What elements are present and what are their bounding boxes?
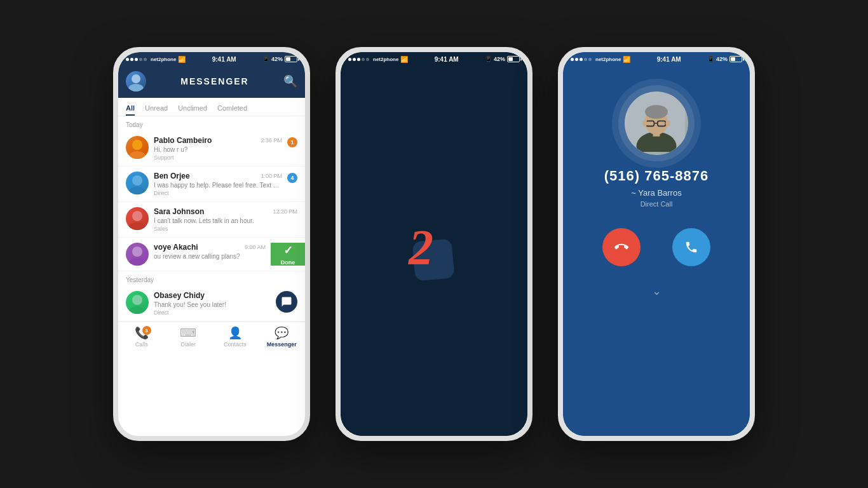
chat-tag-sara: Sales bbox=[154, 226, 297, 232]
chat-item-sara[interactable]: Sara Johnson 12:20 PM I can't talk now. … bbox=[118, 202, 305, 238]
battery-pct-1: 42% bbox=[271, 56, 283, 62]
carrier-label-2: net2phone bbox=[373, 57, 398, 62]
wifi-icon: 📶 bbox=[178, 56, 186, 63]
user-avatar[interactable] bbox=[126, 71, 146, 92]
call-buttons bbox=[602, 228, 710, 266]
caller-avatar-inner-ring bbox=[618, 85, 695, 161]
chat-tag-pablo: Support bbox=[154, 154, 282, 161]
tab-unread[interactable]: Unread bbox=[145, 98, 168, 116]
nav-calls[interactable]: 3 📞 Calls bbox=[118, 326, 165, 348]
contacts-icon: 👤 bbox=[228, 326, 242, 340]
nav-contacts[interactable]: 👤 Contacts bbox=[212, 326, 259, 348]
badge-pablo: 1 bbox=[287, 137, 297, 147]
status-time-3: 9:41 AM bbox=[657, 56, 681, 63]
avatar-ben bbox=[126, 172, 149, 194]
status-time-1: 9:41 AM bbox=[212, 56, 236, 63]
chat-item-ben[interactable]: Ben Orjee 1:00 PM I was happy to help. P… bbox=[118, 166, 305, 202]
bluetooth-icon: 📱 bbox=[262, 56, 269, 62]
status-bar-2: net2phone 📶 9:41 AM 📱 42% bbox=[341, 52, 527, 66]
section-yesterday: Yesterday bbox=[118, 271, 305, 286]
logo-number: 2 bbox=[409, 222, 433, 272]
messenger-title: MESSENGER bbox=[180, 76, 248, 86]
chat-preview-ben: I was happy to help. Please feel free. T… bbox=[154, 182, 282, 189]
svg-point-5 bbox=[129, 187, 146, 194]
chat-content-voye: voye Akachi 9:00 AM ou review a new call… bbox=[154, 243, 266, 260]
badge-ben: 4 bbox=[287, 173, 297, 183]
svg-point-1 bbox=[128, 84, 144, 92]
status-bar-1: net2phone 📶 9:41 AM 📱 42% bbox=[118, 52, 305, 66]
chat-item-obasey[interactable]: Obasey Chidy Thank you! See you later! D… bbox=[118, 286, 305, 322]
contacts-label: Contacts bbox=[224, 341, 247, 348]
bottom-nav: 3 📞 Calls ⌨ Dialer 👤 Contacts 💬 Messenge… bbox=[118, 322, 305, 350]
tab-unclaimed[interactable]: Unclimed bbox=[178, 98, 207, 116]
done-button[interactable]: ✓ Done bbox=[271, 243, 305, 266]
chat-content-obasey: Obasey Chidy Thank you! See you later! D… bbox=[154, 291, 271, 316]
chat-name-obasey: Obasey Chidy bbox=[154, 291, 205, 300]
status-bar-3: net2phone 📶 9:41 AM 📱 42% bbox=[563, 52, 750, 66]
chat-content-ben: Ben Orjee 1:00 PM I was happy to help. P… bbox=[154, 172, 282, 196]
swipe-up-indicator: ⌄ bbox=[652, 284, 661, 298]
caller-type: Direct Call bbox=[641, 200, 673, 208]
svg-point-4 bbox=[132, 175, 142, 186]
nav-dialer[interactable]: ⌨ Dialer bbox=[165, 326, 212, 348]
svg-point-16 bbox=[645, 105, 668, 119]
svg-point-10 bbox=[132, 295, 142, 305]
chat-time-sara: 12:20 PM bbox=[273, 208, 297, 215]
svg-point-2 bbox=[132, 140, 142, 150]
phone-messenger: net2phone 📶 9:41 AM 📱 42% MESSENGER 🔍 bbox=[113, 47, 310, 441]
chat-tag-ben: Direct bbox=[154, 190, 282, 196]
chat-tag-obasey: Direct bbox=[154, 309, 271, 316]
chat-name-ben: Ben Orjee bbox=[154, 172, 190, 180]
chat-item-voye[interactable]: voye Akachi 9:00 AM ou review a new call… bbox=[118, 238, 305, 271]
wifi-icon-2: 📶 bbox=[400, 56, 408, 63]
messenger-nav-label: Messenger bbox=[267, 341, 297, 348]
app-logo: 2 bbox=[409, 222, 459, 280]
caller-number: (516) 765-8876 bbox=[604, 168, 709, 184]
done-check-icon: ✓ bbox=[283, 243, 293, 257]
chat-item-pablo[interactable]: Pablo Cambeiro 2:36 PM Hi, how r u? Supp… bbox=[118, 131, 305, 166]
svg-point-0 bbox=[132, 74, 140, 83]
carrier-label-3: net2phone bbox=[595, 57, 621, 62]
calls-label: Calls bbox=[135, 341, 148, 348]
wifi-icon-3: 📶 bbox=[623, 56, 630, 63]
chat-name-sara: Sara Johnson bbox=[154, 207, 204, 216]
chat-time-ben: 1:00 PM bbox=[261, 173, 282, 179]
done-label: Done bbox=[281, 259, 295, 266]
bt-icon-3: 📱 bbox=[707, 56, 714, 62]
svg-point-3 bbox=[129, 151, 146, 159]
avatar-obasey bbox=[126, 291, 149, 314]
caller-name: ~ Yara Barros bbox=[631, 188, 681, 198]
battery-pct-3: 42% bbox=[716, 56, 728, 62]
chat-time-voye: 9:00 AM bbox=[245, 244, 266, 250]
message-icon bbox=[276, 291, 297, 313]
chat-preview-voye: ou review a new calling plans? bbox=[154, 253, 266, 260]
chat-content-pablo: Pablo Cambeiro 2:36 PM Hi, how r u? Supp… bbox=[154, 136, 282, 161]
search-icon[interactable]: 🔍 bbox=[283, 74, 297, 88]
call-screen: (516) 765-8876 ~ Yara Barros Direct Call… bbox=[563, 66, 750, 436]
caller-photo bbox=[625, 92, 688, 155]
decline-button[interactable] bbox=[602, 228, 641, 266]
svg-point-11 bbox=[129, 306, 146, 314]
svg-point-6 bbox=[132, 211, 142, 221]
chat-preview-pablo: Hi, how r u? bbox=[154, 146, 282, 153]
accept-button[interactable] bbox=[672, 228, 710, 266]
section-today: Today bbox=[118, 116, 305, 131]
chat-time-pablo: 2:36 PM bbox=[261, 137, 282, 144]
tab-completed[interactable]: Comleted bbox=[217, 98, 247, 116]
bt-icon-2: 📱 bbox=[485, 56, 492, 62]
chat-name-pablo: Pablo Cambeiro bbox=[154, 136, 212, 145]
svg-point-9 bbox=[129, 258, 146, 266]
phone-splash: net2phone 📶 9:41 AM 📱 42% 2 bbox=[336, 47, 532, 441]
svg-point-21 bbox=[665, 120, 670, 127]
tabs-bar: All Unread Unclimed Comleted bbox=[118, 98, 305, 116]
messenger-icon: 💬 bbox=[275, 326, 288, 340]
avatar-pablo bbox=[126, 136, 149, 159]
splash-content: 2 bbox=[341, 66, 527, 436]
nav-messenger[interactable]: 💬 Messenger bbox=[259, 326, 306, 348]
svg-point-7 bbox=[129, 222, 146, 230]
chat-content-sara: Sara Johnson 12:20 PM I can't talk now. … bbox=[154, 207, 297, 232]
svg-point-20 bbox=[642, 120, 647, 127]
tab-all[interactable]: All bbox=[126, 98, 135, 116]
dialer-icon: ⌨ bbox=[180, 326, 196, 340]
messenger-header: MESSENGER 🔍 bbox=[118, 66, 305, 98]
